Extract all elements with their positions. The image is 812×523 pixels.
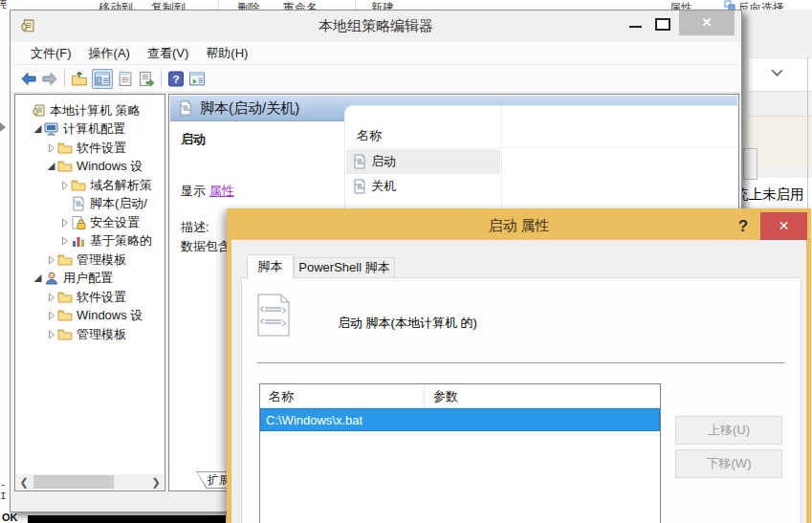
tree-item[interactable]: 软件设置 [15, 139, 165, 158]
column-name[interactable]: 名称 [260, 384, 425, 407]
dialog-tab-script[interactable]: 脚本 [247, 254, 294, 279]
console-text-fragment: -I [0, 479, 10, 492]
folder-icon [57, 159, 73, 174]
title-bar[interactable]: 本地组策略编辑器 ✕ [11, 11, 741, 42]
list-column-name[interactable]: 名称 [357, 127, 382, 144]
collapsed-arrow-icon[interactable] [46, 255, 56, 265]
dialog-title-bar[interactable]: 启动 属性 ? ✕ [231, 213, 806, 240]
ribbon-item[interactable]: 属性 [669, 0, 692, 10]
collapsed-arrow-icon[interactable] [59, 181, 70, 190]
tree-item-label: 域名解析策 [90, 177, 152, 194]
tree-item-label: 管理模板 [77, 251, 126, 269]
left-edge-arrow-fragment [0, 122, 6, 132]
help-button[interactable]: ? [729, 213, 757, 240]
scroll-left-icon[interactable]: ❮ [16, 474, 32, 490]
show-label: 显示 [181, 184, 206, 198]
close-button[interactable]: ✕ [679, 11, 735, 35]
ribbon-item[interactable]: 新建 [371, 0, 394, 10]
chevron-down-icon[interactable] [771, 69, 783, 77]
folder-icon [57, 252, 73, 268]
tree-item[interactable]: 安全设置 [15, 213, 165, 232]
tree-item-label: 计算机配置 [63, 120, 125, 138]
minimize-button[interactable] [629, 26, 642, 28]
policy-tree: 本地计算机 策略计算机配置软件设置Windows 设域名解析策脚本(启动/安全设… [15, 101, 165, 344]
doc-icon[interactable] [117, 71, 134, 87]
ribbon-item[interactable]: 删除 [237, 0, 260, 10]
script-row[interactable]: C:\Windows\x.bat [260, 408, 660, 431]
collapsed-arrow-icon[interactable] [46, 143, 56, 153]
tree-spacer [19, 106, 30, 116]
collapsed-arrow-icon[interactable] [46, 311, 56, 320]
table-header: 名称 参数 [260, 384, 660, 408]
toolbar-divider [64, 70, 65, 87]
help-icon[interactable]: ? [167, 71, 185, 87]
dialog-title: 启动 属性 [231, 217, 806, 235]
folder-icon [57, 308, 73, 323]
move-down-button[interactable]: 下移(W) [675, 449, 782, 478]
script-icon [71, 196, 86, 211]
folder-icon [71, 178, 86, 193]
forward-icon[interactable] [41, 71, 58, 87]
tree-item[interactable]: Windows 设 [15, 307, 165, 326]
dialog-tab-powershell[interactable]: PowerShell 脚本 [294, 257, 395, 277]
ribbon-item[interactable]: 复制到 [151, 0, 186, 10]
menu-h[interactable]: 帮助(H) [197, 42, 256, 64]
scroll-icon [31, 103, 46, 119]
tree-item[interactable]: 管理模板 [15, 251, 165, 270]
script-icon [352, 179, 367, 194]
list-item[interactable]: 关机 [346, 174, 500, 199]
collapsed-arrow-icon[interactable] [59, 236, 70, 246]
tree-item[interactable]: 脚本(启动/ [15, 195, 165, 214]
background-text-fragment: 统上未启用 [739, 185, 812, 204]
tree-item[interactable]: 计算机配置 [15, 120, 165, 140]
column-params[interactable]: 参数 [425, 384, 660, 407]
tree-item[interactable]: Windows 设 [15, 158, 165, 177]
menu-a[interactable]: 操作(A) [80, 42, 139, 64]
tree-item[interactable]: 用户配置 [15, 270, 165, 289]
new-window-icon[interactable] [188, 71, 206, 87]
tree-item[interactable]: 域名解析策 [15, 176, 165, 195]
scrollbar-thumb[interactable] [33, 475, 114, 489]
tree-item-label: Windows 设 [77, 158, 143, 175]
properties-link[interactable]: 属性 [209, 184, 234, 198]
ribbon-item[interactable]: 反向选择 [738, 0, 784, 10]
collapsed-arrow-icon[interactable] [59, 218, 70, 228]
menu-v[interactable]: 查看(V) [139, 42, 197, 64]
tree-item[interactable]: 软件设置 [15, 288, 165, 307]
scripts-table[interactable]: 名称 参数 C:\Windows\x.bat [259, 383, 661, 523]
dialog-close-button[interactable]: ✕ [760, 212, 807, 240]
back-icon[interactable] [20, 71, 37, 87]
list-item[interactable]: 启动 [346, 149, 500, 174]
ribbon-item[interactable]: 重命名 [283, 0, 318, 10]
move-up-button[interactable]: 上移(U) [675, 416, 782, 445]
table-rows: C:\Windows\x.bat [260, 408, 660, 431]
collapsed-arrow-icon[interactable] [46, 293, 56, 302]
console-tree-icon[interactable] [92, 69, 113, 89]
folder-up-icon[interactable] [71, 71, 88, 87]
script-scope-text: 启动 脚本(本地计算机 的) [338, 315, 477, 332]
horizontal-scrollbar[interactable]: ❮ ❯ [16, 474, 164, 490]
header-divider [345, 147, 738, 148]
ribbon-item[interactable]: 移动到 [99, 0, 133, 10]
tree-item[interactable]: 本地计算机 策略 [15, 101, 165, 120]
background-notch [743, 148, 757, 180]
section-title: 启动 [181, 131, 206, 148]
pane-header-title: 脚本(启动/关机) [200, 99, 299, 118]
tree-item[interactable]: 基于策略的 [15, 232, 165, 251]
console-window-strip [28, 515, 226, 523]
maximize-button[interactable] [655, 18, 670, 31]
tree-spacer [59, 199, 70, 208]
tree-item[interactable]: 管理模板 [15, 325, 165, 344]
collapsed-arrow-icon[interactable] [46, 330, 56, 339]
export-icon[interactable] [138, 71, 155, 87]
user-icon [44, 271, 59, 286]
toolbar-divider [161, 70, 162, 87]
menu-f[interactable]: 文件(F) [22, 42, 80, 64]
console-ok-fragment: OK [2, 512, 27, 523]
scroll-right-icon[interactable]: ❯ [148, 474, 164, 490]
explorer-ribbon-strip: 移动到复制到删除重命名新建属性反向选择 [0, 0, 812, 10]
expanded-arrow-icon[interactable] [33, 124, 43, 134]
expanded-arrow-icon[interactable] [46, 162, 56, 171]
computer-icon [44, 121, 59, 137]
expanded-arrow-icon[interactable] [33, 273, 43, 283]
